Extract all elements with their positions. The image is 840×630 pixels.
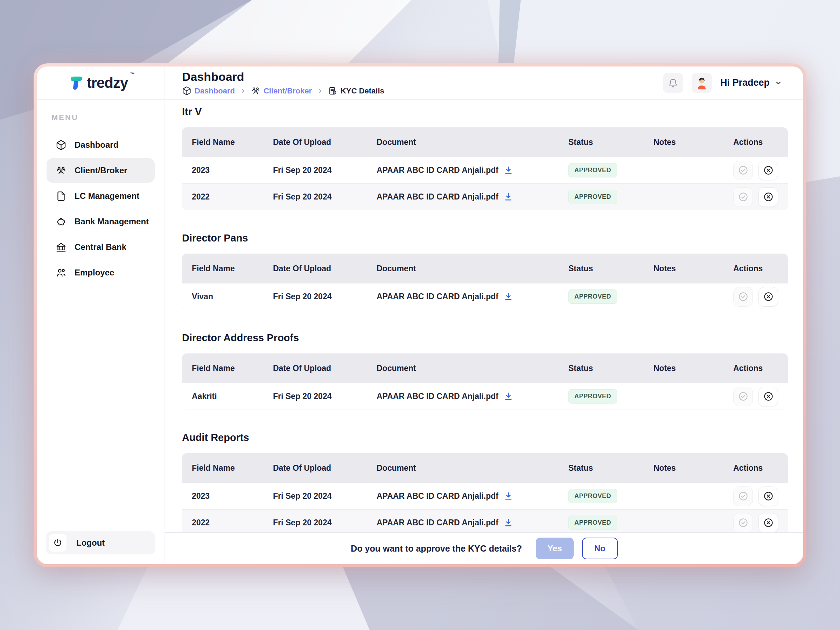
approval-footer: Do you want to approve the KYC details? … [165, 532, 803, 564]
breadcrumb-label: Client/Broker [264, 87, 312, 96]
tredzy-logo-icon [66, 75, 83, 91]
table-row: 2023Fri Sep 20 2024APAAR ABC ID CARD Anj… [182, 157, 788, 183]
field-name-cell: Vivan [192, 292, 273, 302]
user-menu[interactable]: Hi Pradeep [720, 77, 782, 88]
reject-action-button[interactable] [758, 287, 778, 306]
sidebar-item-central-bank[interactable]: Central Bank [47, 235, 155, 259]
column-header-date-of-upload: Date Of Upload [273, 463, 377, 473]
sidebar-item-label: Central Bank [74, 242, 126, 252]
sidebar-item-lc-management[interactable]: LC Management [47, 184, 155, 208]
download-icon[interactable] [504, 491, 513, 501]
download-icon[interactable] [504, 392, 513, 401]
sidebar-item-client-broker[interactable]: Client/Broker [47, 158, 155, 183]
document-name: APAAR ABC ID CARD Anjali.pdf [377, 292, 498, 302]
section-director-pans: Director PansField NameDate Of UploadDoc… [182, 232, 788, 310]
table-row: 2023Fri Sep 20 2024APAAR ABC ID CARD Anj… [182, 483, 788, 509]
cube-icon [56, 140, 66, 150]
approve-action-button[interactable] [733, 161, 753, 180]
chevron-right-icon [316, 87, 324, 95]
reject-action-button[interactable] [758, 513, 778, 532]
reject-action-button[interactable] [758, 187, 778, 207]
date-of-upload-cell: Fri Sep 20 2024 [273, 166, 377, 175]
download-icon[interactable] [504, 292, 513, 302]
column-header-status: Status [568, 463, 654, 473]
document-cell: APAAR ABC ID CARD Anjali.pdf [377, 192, 568, 202]
column-header-notes: Notes [654, 137, 733, 147]
document-cell: APAAR ABC ID CARD Anjali.pdf [377, 292, 568, 302]
column-header-date-of-upload: Date Of Upload [273, 137, 377, 147]
approve-action-button[interactable] [733, 486, 753, 506]
window-ring: tredzy ™ MENU DashboardClient/BrokerLC M… [33, 63, 807, 567]
date-of-upload-cell: Fri Sep 20 2024 [273, 192, 377, 202]
section-title: Audit Reports [182, 432, 788, 444]
status-cell: APPROVED [568, 289, 654, 304]
user-avatar[interactable] [692, 73, 712, 93]
column-header-field-name: Field Name [192, 364, 273, 373]
users-icon [251, 86, 261, 96]
column-header-notes: Notes [654, 264, 733, 273]
column-header-actions: Actions [733, 264, 788, 273]
breadcrumb-label: KYC Details [341, 87, 384, 96]
kyc-sections: Itr VField NameDate Of UploadDocumentSta… [165, 100, 803, 532]
sidebar-item-bank-management[interactable]: Bank Management [47, 209, 155, 234]
trademark-symbol: ™ [130, 71, 135, 77]
download-icon[interactable] [504, 166, 513, 175]
reject-action-button[interactable] [758, 387, 778, 406]
column-header-field-name: Field Name [192, 137, 273, 147]
section-itr-v: Itr VField NameDate Of UploadDocumentSta… [182, 106, 788, 210]
approval-prompt: Do you want to approve the KYC details? [351, 543, 522, 554]
page-head: Dashboard DashboardClient/BrokerKYC Deta… [182, 70, 384, 96]
field-name-cell: 2023 [192, 491, 273, 501]
power-icon [49, 534, 66, 552]
table-row: VivanFri Sep 20 2024APAAR ABC ID CARD An… [182, 283, 788, 310]
date-of-upload-cell: Fri Sep 20 2024 [273, 292, 377, 302]
sidebar-item-employee[interactable]: Employee [47, 261, 155, 285]
notifications-button[interactable] [663, 73, 683, 93]
column-header-status: Status [568, 137, 654, 147]
approve-action-button[interactable] [733, 287, 753, 306]
cube-icon [182, 86, 191, 96]
user-greeting: Hi Pradeep [720, 77, 770, 88]
column-header-date-of-upload: Date Of Upload [273, 264, 377, 273]
sidebar-item-dashboard[interactable]: Dashboard [47, 133, 155, 157]
date-of-upload-cell: Fri Sep 20 2024 [273, 491, 377, 501]
reject-action-button[interactable] [758, 486, 778, 506]
brand-name: tredzy [87, 74, 128, 92]
page-title: Dashboard [182, 70, 384, 84]
column-header-notes: Notes [654, 463, 733, 473]
section-title: Director Address Proofs [182, 332, 788, 344]
sidebar-item-label: Bank Management [74, 217, 149, 226]
main-area: Dashboard DashboardClient/BrokerKYC Deta… [165, 66, 803, 564]
column-header-actions: Actions [733, 364, 788, 373]
status-badge: APPROVED [568, 389, 617, 404]
document-name: APAAR ABC ID CARD Anjali.pdf [377, 192, 498, 202]
bank-icon [56, 242, 66, 253]
users-icon [56, 165, 66, 176]
table-row: 2022Fri Sep 20 2024APAAR ABC ID CARD Anj… [182, 509, 788, 532]
piggy-icon [56, 216, 66, 227]
logout-button[interactable]: Logout [46, 531, 155, 554]
column-header-notes: Notes [654, 364, 733, 373]
approve-yes-button[interactable]: Yes [536, 538, 573, 559]
approve-action-button[interactable] [733, 387, 753, 406]
document-cell: APAAR ABC ID CARD Anjali.pdf [377, 392, 568, 401]
download-icon[interactable] [504, 518, 513, 527]
approve-action-button[interactable] [733, 187, 753, 207]
reject-action-button[interactable] [758, 161, 778, 180]
status-badge: APPROVED [568, 190, 617, 204]
column-header-status: Status [568, 264, 654, 273]
actions-cell [733, 287, 788, 306]
breadcrumb-kyc-details: KYC Details [328, 86, 384, 96]
document-name: APAAR ABC ID CARD Anjali.pdf [377, 491, 498, 501]
breadcrumb-client-broker[interactable]: Client/Broker [251, 86, 312, 96]
clipcheck-icon [328, 86, 337, 96]
breadcrumb-dashboard[interactable]: Dashboard [182, 86, 235, 96]
approve-action-button[interactable] [733, 513, 753, 532]
column-header-document: Document [377, 264, 568, 273]
status-cell: APPROVED [568, 163, 654, 177]
brand-logo: tredzy ™ [37, 66, 164, 100]
status-cell: APPROVED [568, 389, 654, 404]
column-header-field-name: Field Name [192, 264, 273, 273]
download-icon[interactable] [504, 192, 513, 202]
approve-no-button[interactable]: No [582, 538, 618, 559]
